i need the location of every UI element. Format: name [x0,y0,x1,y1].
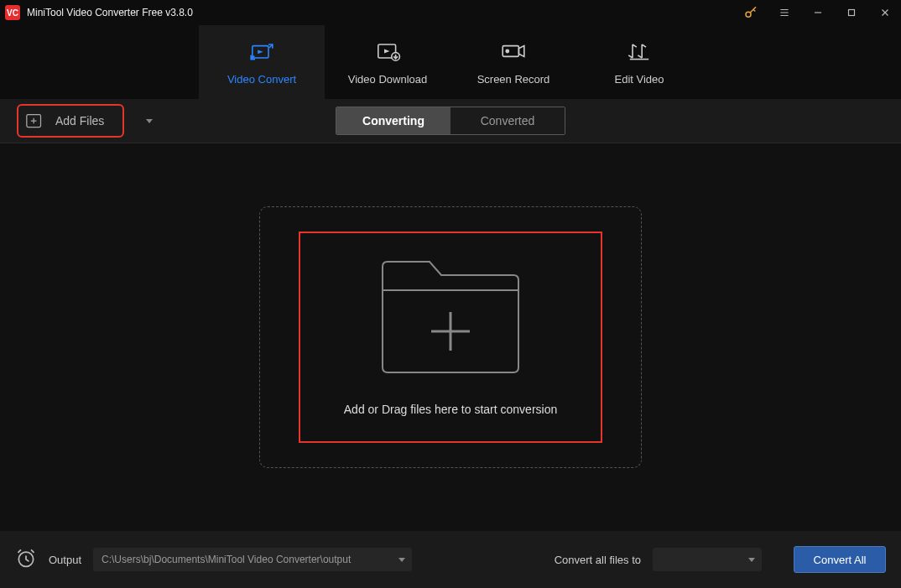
key-icon[interactable] [743,5,758,20]
edit-video-icon [626,39,653,63]
nav-label: Video Convert [227,73,296,86]
maximize-icon[interactable] [844,5,859,20]
window-controls [743,5,893,20]
chevron-down-icon [398,558,405,562]
app-logo-icon: VC [5,5,20,20]
app-title: MiniTool Video Converter Free v3.8.0 [27,7,193,18]
bottombar: Output C:\Users\bj\Documents\MiniTool Vi… [0,531,901,588]
dropzone-text: Add or Drag files here to start conversi… [344,403,557,416]
titlebar: VC MiniTool Video Converter Free v3.8.0 [0,0,901,25]
tab-video-convert[interactable]: Video Convert [199,25,325,99]
output-path-value: C:\Users\bj\Documents\MiniTool Video Con… [102,554,351,565]
add-files-label: Add Files [55,114,104,127]
svg-point-0 [746,12,751,17]
folder-plus-icon [379,258,522,379]
add-files-button[interactable]: Add Files [17,104,124,138]
toolbar: Add Files Converting Converted [0,99,901,143]
svg-rect-1 [849,10,855,16]
nav-label: Screen Record [477,73,550,86]
chevron-down-icon[interactable] [146,119,153,123]
dropzone[interactable]: Add or Drag files here to start conversi… [299,232,602,443]
add-file-icon [25,112,44,129]
tab-screen-record[interactable]: Screen Record [450,25,576,99]
minimize-icon[interactable] [810,5,825,20]
output-path-select[interactable]: C:\Users\bj\Documents\MiniTool Video Con… [93,548,412,571]
menu-icon[interactable] [777,5,792,20]
dropzone-outer: Add or Drag files here to start conversi… [259,206,642,468]
segmented-control: Converting Converted [336,107,565,135]
video-convert-icon [248,39,275,63]
clock-icon[interactable] [15,547,37,572]
convert-all-button[interactable]: Convert All [794,546,886,573]
content-area: Add or Drag files here to start conversi… [0,143,901,531]
svg-rect-5 [503,45,518,56]
seg-converted[interactable]: Converted [450,107,565,134]
seg-converting[interactable]: Converting [336,107,450,134]
screen-record-icon [500,39,527,63]
nav-label: Edit Video [614,73,664,86]
convert-to-select[interactable] [653,548,762,571]
tab-edit-video[interactable]: Edit Video [576,25,702,99]
convert-to-label: Convert all files to [555,554,641,566]
nav-label: Video Download [348,73,427,86]
main-nav: Video Convert Video Download [0,25,901,99]
output-label: Output [49,554,81,566]
svg-point-6 [505,49,509,53]
tab-video-download[interactable]: Video Download [325,25,450,99]
video-download-icon [374,39,401,63]
chevron-down-icon [748,558,755,562]
close-icon[interactable] [878,5,893,20]
